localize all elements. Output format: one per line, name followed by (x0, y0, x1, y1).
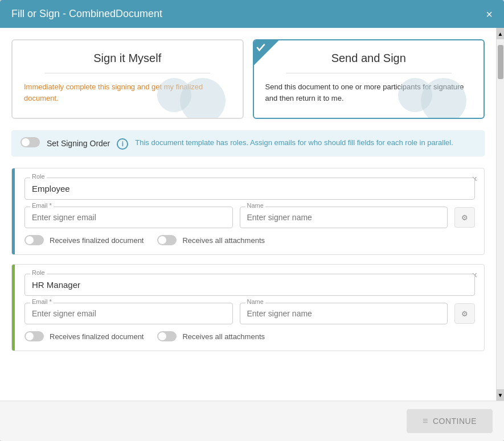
deco-circle-small (157, 78, 191, 112)
signing-order-info: This document template has roles. Assign… (135, 137, 453, 149)
role-label-1: Role (30, 173, 47, 180)
email-name-row-2: Email * Name ⚙ (24, 303, 475, 324)
dialog-close-button[interactable]: × (486, 9, 493, 20)
card-separator (44, 73, 210, 73)
role-input-1[interactable] (24, 178, 475, 200)
toggles-row-1: Receives finalized document Receives all… (24, 235, 475, 245)
attachments-label-1: Receives all attachments (182, 236, 265, 245)
attachments-toggle-1[interactable] (157, 235, 177, 245)
deco-circle-small-2 (398, 78, 432, 112)
finalized-toggle-track-1 (24, 235, 44, 245)
continue-label: CONTINUE (433, 417, 477, 426)
attachments-toggle-2[interactable] (157, 331, 177, 341)
attachments-toggle-thumb-2 (158, 332, 166, 340)
dialog-title: Fill or Sign - CombinedDocument (11, 8, 162, 20)
attachments-toggle-thumb-1 (158, 236, 166, 244)
scrollbar-down[interactable]: ▼ (497, 389, 504, 401)
send-and-sign-card[interactable]: Send and Sign Send this document to one … (253, 39, 485, 119)
email-field-group-2: Email * (24, 303, 233, 324)
toggles-row-2: Receives finalized document Receives all… (24, 331, 475, 341)
signer-inner-1: × Role Email * Name (12, 168, 484, 254)
role-input-2[interactable] (24, 274, 475, 296)
role-field-group-2: Role (24, 274, 475, 296)
attachments-label-2: Receives all attachments (182, 332, 265, 341)
dialog-footer: ≡ CONTINUE (0, 401, 504, 441)
scrollbar-up[interactable]: ▲ (497, 28, 504, 39)
email-input-2[interactable] (24, 303, 233, 324)
sign-myself-card[interactable]: Sign it Myself Immediately complete this… (11, 39, 244, 119)
continue-button[interactable]: ≡ CONTINUE (407, 409, 493, 433)
dialog-main-content: Sign it Myself Immediately complete this… (0, 28, 496, 401)
toggle-track (21, 137, 40, 147)
scrollbar-track (497, 39, 504, 389)
info-icon: i (117, 138, 128, 150)
email-field-group-1: Email * (24, 207, 233, 228)
check-icon (256, 43, 265, 52)
finalized-toggle-thumb-2 (26, 332, 34, 340)
scrollbar[interactable]: ▲ ▼ (496, 28, 504, 401)
signer-inner-2: × Role Email * Name (12, 265, 484, 351)
name-label-2: Name (245, 298, 265, 305)
email-label-2: Email * (30, 298, 54, 305)
finalized-doc-label-1: Receives finalized document (50, 236, 144, 245)
finalized-toggle-thumb-1 (26, 236, 34, 244)
signing-options-row: Sign it Myself Immediately complete this… (11, 39, 485, 119)
email-name-row-1: Email * Name ⚙ (24, 207, 475, 228)
gear-button-2[interactable]: ⚙ (454, 303, 475, 324)
name-input-1[interactable] (240, 207, 448, 228)
gear-icon-2: ⚙ (461, 310, 468, 318)
dialog-body: Sign it Myself Immediately complete this… (0, 28, 504, 401)
finalized-doc-toggle-2[interactable] (24, 331, 44, 341)
signer-bar-1 (12, 168, 15, 254)
signing-order-row: Set Signing Order i This document templa… (11, 130, 485, 156)
fill-or-sign-dialog: Fill or Sign - CombinedDocument × Sign i… (0, 0, 504, 441)
signing-order-toggle[interactable] (21, 137, 40, 147)
dialog-header: Fill or Sign - CombinedDocument × (0, 0, 504, 28)
gear-icon-1: ⚙ (461, 213, 468, 222)
gear-button-1[interactable]: ⚙ (454, 207, 475, 228)
role-field-group-1: Role (24, 178, 475, 200)
name-field-group-2: Name (240, 303, 448, 324)
name-label-1: Name (245, 202, 265, 209)
sign-myself-title: Sign it Myself (24, 52, 231, 65)
name-field-group-1: Name (240, 207, 448, 228)
signing-order-label: Set Signing Order (47, 139, 110, 148)
email-input-1[interactable] (24, 207, 233, 228)
attachments-toggle-track-2 (157, 331, 177, 341)
signer-card-2: × Role Email * Name (11, 264, 485, 351)
scrollbar-thumb[interactable] (498, 45, 503, 79)
toggle-thumb (22, 138, 30, 146)
finalized-toggle-track-2 (24, 331, 44, 341)
name-input-2[interactable] (240, 303, 448, 324)
lines-icon: ≡ (423, 416, 428, 426)
email-label-1: Email * (30, 202, 54, 209)
card-separator-2 (286, 73, 452, 73)
finalized-doc-toggle-1[interactable] (24, 235, 44, 245)
finalized-doc-label-2: Receives finalized document (50, 332, 144, 341)
role-label-2: Role (30, 269, 47, 276)
attachments-toggle-track-1 (157, 235, 177, 245)
signer-card-1: × Role Email * Name (11, 168, 485, 255)
signer-bar-2 (12, 265, 15, 351)
send-and-sign-title: Send and Sign (265, 52, 473, 65)
